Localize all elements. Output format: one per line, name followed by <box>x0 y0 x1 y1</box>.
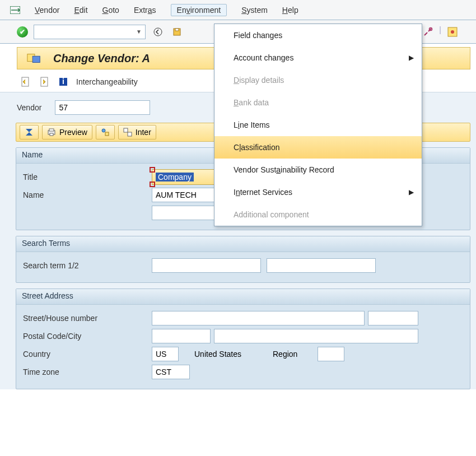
title-select-value: Company <box>156 173 194 182</box>
enter-check-icon[interactable]: ✔ <box>17 26 28 38</box>
next-screen-icon[interactable] <box>38 76 50 88</box>
intl-icon-1 <box>101 128 110 137</box>
svg-rect-3 <box>175 29 179 31</box>
title-icon <box>26 52 42 65</box>
region-label: Region <box>273 350 318 359</box>
name-field-label: Name <box>23 190 152 199</box>
svg-rect-17 <box>105 132 109 136</box>
menu-help[interactable]: Help <box>282 6 298 15</box>
menu-item-account-changes[interactable]: Account changes▶ <box>214 46 422 69</box>
menu-item-field-changes[interactable]: Field changes <box>214 24 422 46</box>
intl-button-1[interactable] <box>96 125 115 139</box>
menu-edit[interactable]: Edit <box>74 6 87 15</box>
menu-system[interactable]: System <box>241 6 268 15</box>
interchangeability-label[interactable]: Interchangeability <box>76 77 138 86</box>
menu-item-classification[interactable]: Classification <box>214 136 422 159</box>
postal-code-input[interactable] <box>152 329 211 343</box>
svg-text:i: i <box>62 77 64 86</box>
preview-button[interactable]: Preview <box>42 125 92 139</box>
preview-label: Preview <box>59 128 87 137</box>
layout-icon[interactable] <box>446 25 459 39</box>
menu-goto[interactable]: Goto <box>102 6 119 15</box>
inter-label: Inter <box>136 128 151 137</box>
submenu-arrow-icon: ▶ <box>409 188 414 196</box>
street-input[interactable] <box>152 311 365 325</box>
prev-screen-icon[interactable] <box>19 76 31 88</box>
menu-item-sustainability[interactable]: Vendor Sustainability Record <box>214 159 422 181</box>
search-terms-panel: Search Terms Search term 1/2 <box>16 236 470 283</box>
country-name-text: United States <box>194 350 273 359</box>
submenu-arrow-icon: ▶ <box>409 54 414 62</box>
house-number-input[interactable] <box>368 311 418 325</box>
page-title: Change Vendor: A <box>53 52 150 65</box>
country-input[interactable] <box>152 347 179 361</box>
search-terms-header: Search Terms <box>16 236 470 252</box>
required-marker <box>150 182 155 187</box>
search-term-2-input[interactable] <box>267 258 376 273</box>
environment-dropdown: Field changes Account changes▶ Display d… <box>214 24 422 226</box>
menu-item-line-items[interactable]: Line Items <box>214 114 422 136</box>
street-address-panel: Street Address Street/House number Posta… <box>16 289 470 389</box>
vendor-input[interactable] <box>55 100 150 115</box>
postal-label: Postal Code/City <box>23 332 152 341</box>
expand-button[interactable] <box>20 125 39 139</box>
vendor-label: Vendor <box>17 103 41 112</box>
svg-rect-18 <box>124 128 128 132</box>
app-menu-icon[interactable] <box>10 6 20 15</box>
back-icon[interactable] <box>151 25 165 39</box>
search-term-1-input[interactable] <box>152 258 261 273</box>
expand-icon <box>25 128 34 137</box>
save-icon[interactable] <box>170 25 184 39</box>
inter-button[interactable]: Inter <box>118 125 156 139</box>
timezone-label: Time zone <box>23 367 152 376</box>
svg-rect-15 <box>50 133 53 136</box>
svg-point-6 <box>451 30 454 34</box>
svg-point-16 <box>102 129 105 132</box>
menu-item-bank-data: Bank data <box>214 91 422 114</box>
svg-rect-8 <box>32 56 40 62</box>
caret-down-icon: ▼ <box>136 29 142 35</box>
street-address-header: Street Address <box>16 289 470 305</box>
print-preview-icon <box>47 128 56 137</box>
menu-vendor[interactable]: Vendor <box>35 6 59 15</box>
timezone-input[interactable] <box>152 365 190 379</box>
info-icon[interactable]: i <box>57 76 69 88</box>
region-input[interactable] <box>318 347 344 361</box>
required-marker <box>150 167 155 173</box>
svg-rect-14 <box>49 129 54 131</box>
menu-bar: Vendor Edit Goto Extras Environment Syst… <box>0 0 476 20</box>
search-term-label: Search term 1/2 <box>23 261 152 270</box>
country-label: Country <box>23 350 152 359</box>
menu-item-additional-component: Additional component <box>214 203 422 226</box>
title-field-label: Title <box>23 173 152 182</box>
inter-icon <box>123 128 132 137</box>
menu-environment[interactable]: Environment <box>171 4 227 16</box>
menu-item-internet-services[interactable]: Internet Services▶ <box>214 181 422 203</box>
svg-rect-19 <box>128 132 132 136</box>
svg-point-1 <box>154 28 162 36</box>
tools-icon[interactable] <box>421 25 435 39</box>
command-field[interactable]: ▼ <box>34 25 146 39</box>
menu-extras[interactable]: Extras <box>134 6 156 15</box>
menu-item-display-details: Display details <box>214 69 422 91</box>
city-input[interactable] <box>214 329 418 343</box>
street-label: Street/House number <box>23 314 152 323</box>
